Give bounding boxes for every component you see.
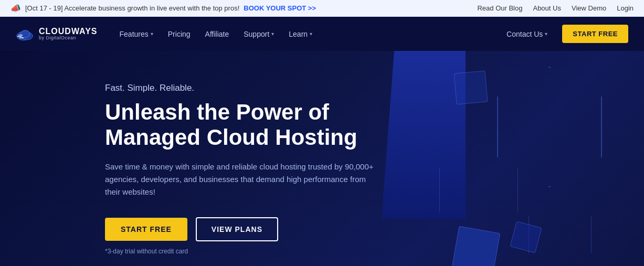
- book-spot-link[interactable]: BOOK YOUR SPOT >>: [244, 4, 316, 12]
- login-link[interactable]: Login: [617, 4, 634, 12]
- nav-label-support: Support: [244, 30, 269, 38]
- hexagon-large: [497, 67, 602, 187]
- logo[interactable]: CLOUDWAYS by DigitalOcean: [16, 25, 98, 44]
- banner-right: Read Our Blog About Us View Demo Login: [477, 4, 634, 12]
- hero-title: Unleash the Power of Managed Cloud Hosti…: [105, 100, 420, 151]
- hexagon-medium: [439, 145, 518, 235]
- start-free-nav-button[interactable]: START FREE: [562, 25, 628, 43]
- chevron-down-icon-learn: ▾: [310, 31, 312, 37]
- about-us-link[interactable]: About Us: [533, 4, 561, 12]
- megaphone-icon: 📣: [10, 3, 21, 13]
- logo-name: CLOUDWAYS: [39, 27, 98, 36]
- hero-tagline: Fast. Simple. Reliable.: [105, 83, 420, 93]
- banner-announcement: [Oct 17 - 19] Accelerate business growth…: [25, 4, 239, 12]
- nav-label-learn: Learn: [289, 30, 308, 38]
- read-our-blog-link[interactable]: Read Our Blog: [477, 4, 522, 12]
- logo-sub: by DigitalOcean: [39, 36, 98, 41]
- hero-section: Fast. Simple. Reliable. Unleash the Powe…: [0, 51, 644, 266]
- nav-item-affiliate[interactable]: Affiliate: [199, 26, 236, 42]
- top-banner: 📣 [Oct 17 - 19] Accelerate business grow…: [0, 0, 644, 17]
- nav-label-affiliate: Affiliate: [205, 30, 229, 38]
- nav-item-features[interactable]: Features ▾: [113, 26, 160, 42]
- nav-item-learn[interactable]: Learn ▾: [282, 26, 319, 42]
- logo-text: CLOUDWAYS by DigitalOcean: [39, 27, 98, 41]
- main-navigation: CLOUDWAYS by DigitalOcean Features ▾ Pri…: [0, 17, 644, 51]
- nav-item-support[interactable]: Support ▾: [237, 26, 280, 42]
- view-demo-link[interactable]: View Demo: [572, 4, 606, 12]
- hero-actions: START FREE VIEW PLANS: [105, 217, 420, 241]
- blue-box-2: [510, 221, 542, 253]
- chevron-down-icon-support: ▾: [271, 31, 274, 37]
- nav-label-pricing: Pricing: [168, 30, 191, 38]
- svg-point-2: [20, 30, 30, 37]
- hero-content: Fast. Simple. Reliable. Unleash the Powe…: [105, 83, 420, 256]
- blue-box-1: [452, 226, 501, 266]
- nav-left: CLOUDWAYS by DigitalOcean Features ▾ Pri…: [16, 25, 319, 44]
- contact-us-label: Contact Us: [506, 30, 543, 38]
- cloudways-logo-icon: [16, 25, 35, 44]
- blue-box-3: [453, 70, 488, 104]
- nav-right: Contact Us ▾ START FREE: [500, 25, 628, 43]
- chevron-down-icon-contact: ▾: [545, 31, 547, 37]
- banner-left: 📣 [Oct 17 - 19] Accelerate business grow…: [10, 3, 316, 13]
- chevron-down-icon: ▾: [151, 31, 153, 37]
- hero-decorations: [382, 51, 644, 266]
- nav-label-features: Features: [120, 30, 149, 38]
- contact-us-nav[interactable]: Contact Us ▾: [500, 26, 554, 42]
- start-free-hero-button[interactable]: START FREE: [105, 218, 187, 241]
- hero-description: Save time & money with simple and reliab…: [105, 161, 378, 198]
- nav-item-pricing[interactable]: Pricing: [162, 26, 197, 42]
- trial-note: *3-day trial without credit card: [105, 248, 420, 255]
- nav-menu: Features ▾ Pricing Affiliate Support ▾ L…: [113, 26, 319, 42]
- hexagon-small: [529, 198, 592, 266]
- view-plans-hero-button[interactable]: VIEW PLANS: [196, 217, 278, 241]
